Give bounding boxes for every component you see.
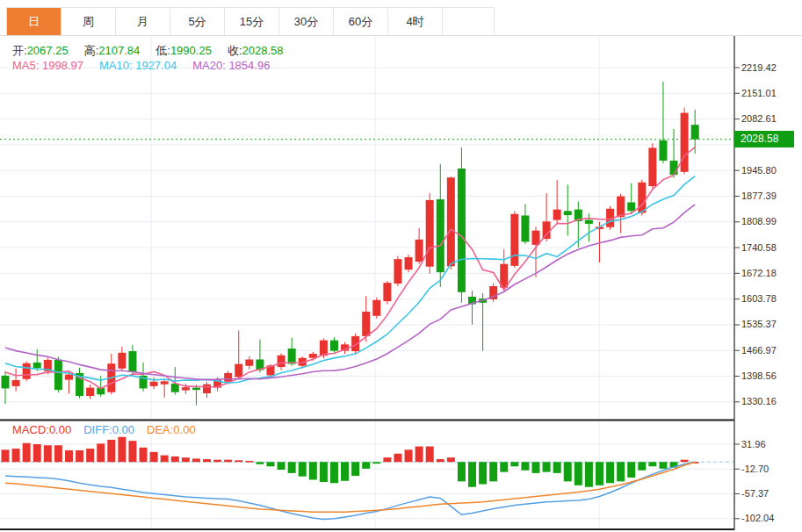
tab-60min[interactable]: 60分 <box>334 8 388 36</box>
tabbar-divider <box>0 35 802 36</box>
tabbar-spacer <box>443 8 495 36</box>
high-value: 高:2107.84 <box>84 43 141 59</box>
macd-axis-label: -102.04 <box>741 513 774 523</box>
close-value: 收:2028.58 <box>228 43 284 59</box>
price-axis-label: 1945.80 <box>741 165 777 176</box>
tab-4hour[interactable]: 4时 <box>388 8 443 36</box>
price-axis-label: 1740.58 <box>741 242 777 253</box>
current-price-badge: 2028.58 <box>734 131 794 147</box>
tab-day[interactable]: 日 <box>7 8 61 36</box>
price-axis-label: 2219.42 <box>741 62 777 73</box>
ma10-value: MA10: 1927.04 <box>99 59 177 72</box>
macd-legend: MACD:0.00 DIFF:0.00 DEA:0.00 <box>12 423 196 436</box>
price-axis-label: 2151.01 <box>741 88 777 98</box>
price-axis-label: 1808.99 <box>741 216 777 226</box>
price-axis-label: 2082.61 <box>741 113 777 124</box>
ma20-value: MA20: 1854.96 <box>192 59 270 72</box>
price-axis-label: 1535.37 <box>741 319 777 329</box>
tab-30min[interactable]: 30分 <box>279 8 334 36</box>
ma5-line <box>5 147 695 389</box>
period-tabbar: 日周月5分15分30分60分4时 <box>6 7 495 36</box>
price-axis-label: 1330.16 <box>741 396 777 406</box>
macd-axis-label: -57.37 <box>741 488 769 499</box>
price-axis-label: 1466.97 <box>741 345 777 356</box>
ohlc-legend: 开:2067.25 高:2107.84 低:1990.25 收:2028.58 <box>12 43 284 59</box>
tab-5min[interactable]: 5分 <box>170 8 225 36</box>
price-axis-label: 1877.39 <box>741 191 777 201</box>
diff-value: DIFF:0.00 <box>83 423 134 436</box>
tab-week[interactable]: 周 <box>61 8 116 36</box>
ma5-value: MA5: 1998.97 <box>12 59 83 72</box>
price-axis-label: 1398.56 <box>741 370 777 381</box>
price-axis-label: 1672.18 <box>741 268 777 278</box>
ma10-line <box>5 176 695 384</box>
macd-axis-label: 31.96 <box>741 439 766 449</box>
tab-15min[interactable]: 15分 <box>225 8 279 36</box>
candlestick-chart-canvas[interactable] <box>0 0 802 532</box>
ma-legend: MA5: 1998.97 MA10: 1927.04 MA20: 1854.96 <box>12 59 270 72</box>
open-value: 开:2067.25 <box>12 43 69 59</box>
macd-axis-label: -12.70 <box>741 464 769 474</box>
macd-value: MACD:0.00 <box>12 423 71 436</box>
tab-month[interactable]: 月 <box>116 8 170 36</box>
low-value: 低:1990.25 <box>155 43 212 59</box>
dea-value: DEA:0.00 <box>147 423 196 436</box>
price-axis-label: 1603.78 <box>741 293 777 304</box>
